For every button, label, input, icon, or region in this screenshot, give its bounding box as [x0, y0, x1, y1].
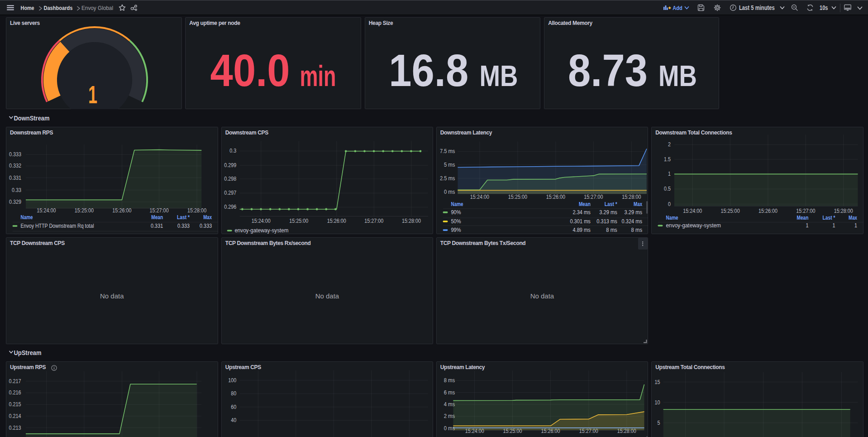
svg-text:15:25:00: 15:25:00 [721, 208, 740, 214]
svg-text:0.213: 0.213 [9, 424, 21, 431]
svg-text:0.5: 0.5 [664, 186, 671, 192]
svg-text:15:24:00: 15:24:00 [251, 218, 270, 224]
svg-text:Mean: Mean [797, 215, 809, 221]
svg-text:0 ms: 0 ms [444, 189, 455, 195]
svg-text:100: 100 [228, 377, 236, 384]
svg-text:0.324 ms: 0.324 ms [621, 218, 642, 225]
svg-text:0.331: 0.331 [151, 223, 163, 229]
svg-text:6 ms: 6 ms [444, 389, 454, 396]
svg-text:0.296: 0.296 [224, 204, 236, 210]
svg-text:Name: Name [666, 215, 678, 221]
svg-text:10: 10 [655, 399, 660, 405]
svg-text:0.333: 0.333 [200, 223, 212, 229]
svg-text:90%: 90% [451, 209, 461, 216]
svg-text:15:24:00: 15:24:00 [683, 208, 702, 214]
svg-text:8.73: 8.73 [568, 45, 648, 96]
svg-text:15:26:00: 15:26:00 [758, 208, 777, 214]
svg-text:2.34 ms: 2.34 ms [572, 209, 590, 216]
svg-text:15:28:00: 15:28:00 [622, 194, 641, 200]
svg-text:min: min [300, 59, 336, 92]
svg-text:1: 1 [854, 222, 857, 229]
svg-text:3.29 ms: 3.29 ms [624, 209, 642, 216]
svg-text:15:27:00: 15:27:00 [150, 207, 169, 214]
svg-text:0.297: 0.297 [224, 190, 236, 196]
svg-text:envoy-gateway-system: envoy-gateway-system [234, 227, 288, 234]
svg-text:0: 0 [668, 201, 671, 207]
svg-text:DownStream: DownStream [14, 114, 50, 122]
svg-text:8 ms: 8 ms [606, 227, 617, 233]
svg-text:0.217: 0.217 [9, 378, 21, 384]
svg-text:15:24:00: 15:24:00 [470, 194, 489, 200]
svg-text:0.33: 0.33 [12, 187, 21, 193]
svg-text:15:27:00: 15:27:00 [796, 208, 816, 214]
svg-text:0.333: 0.333 [9, 151, 21, 158]
svg-text:0.214: 0.214 [9, 413, 21, 419]
svg-text:60: 60 [231, 404, 236, 410]
svg-text:15:28:00: 15:28:00 [187, 207, 206, 214]
svg-text:Mean: Mean [579, 201, 591, 207]
svg-text:1: 1 [668, 171, 671, 177]
svg-text:5: 5 [658, 420, 660, 426]
svg-text:15:26:00: 15:26:00 [546, 194, 565, 200]
svg-text:15:25:00: 15:25:00 [75, 207, 94, 214]
svg-text:15:27:00: 15:27:00 [584, 194, 603, 200]
svg-text:8 ms: 8 ms [631, 227, 642, 233]
svg-text:0.333: 0.333 [177, 223, 190, 229]
svg-text:80: 80 [231, 390, 236, 397]
svg-text:0.3: 0.3 [229, 148, 236, 154]
svg-text:0.313 ms: 0.313 ms [596, 218, 617, 225]
svg-text:15:28:00: 15:28:00 [834, 208, 853, 214]
svg-text:15:25:00: 15:25:00 [289, 218, 308, 224]
svg-text:40.0: 40.0 [210, 45, 290, 96]
svg-text:0.298: 0.298 [224, 176, 236, 182]
svg-text:MB: MB [658, 59, 697, 92]
svg-text:3.29 ms: 3.29 ms [599, 209, 617, 216]
svg-text:0.301 ms: 0.301 ms [570, 218, 591, 225]
svg-text:0.215: 0.215 [9, 401, 21, 408]
svg-text:0.216: 0.216 [9, 389, 21, 396]
svg-text:1: 1 [833, 222, 835, 229]
svg-text:15:28:00: 15:28:00 [402, 218, 421, 224]
svg-text:10s: 10s [820, 4, 828, 11]
svg-text:7.5 ms: 7.5 ms [440, 148, 455, 154]
svg-text:1: 1 [88, 80, 97, 109]
svg-text:Max: Max [849, 215, 857, 221]
svg-text:1.5: 1.5 [664, 156, 671, 163]
svg-text:2: 2 [668, 141, 671, 148]
svg-text:UpStream: UpStream [14, 349, 42, 356]
svg-text:MB: MB [479, 59, 518, 92]
svg-text:Name: Name [20, 214, 33, 221]
svg-text:envoy-gateway-system: envoy-gateway-system [666, 222, 721, 229]
svg-text:0.299: 0.299 [224, 162, 236, 168]
svg-text:Max: Max [634, 201, 642, 207]
svg-text:2.5 ms: 2.5 ms [440, 175, 455, 182]
svg-text:0.331: 0.331 [9, 175, 21, 181]
svg-text:40: 40 [231, 417, 236, 423]
svg-text:15:24:00: 15:24:00 [37, 207, 56, 214]
svg-text:Mean: Mean [151, 214, 163, 221]
svg-text:Last *: Last * [604, 201, 617, 207]
svg-text:50%: 50% [451, 218, 461, 225]
svg-text:15:26:00: 15:26:00 [327, 218, 346, 224]
svg-text:5 ms: 5 ms [444, 162, 455, 168]
svg-text:Name: Name [451, 201, 463, 207]
svg-text:Last *: Last * [823, 215, 835, 221]
svg-text:15:27:00: 15:27:00 [364, 218, 383, 224]
svg-text:15:26:00: 15:26:00 [112, 207, 131, 214]
svg-text:Max: Max [203, 214, 212, 221]
svg-text:99%: 99% [451, 227, 461, 233]
svg-text:0.332: 0.332 [9, 163, 21, 169]
svg-text:0.329: 0.329 [9, 199, 21, 205]
svg-text:1: 1 [806, 222, 809, 229]
svg-text:4.89 ms: 4.89 ms [572, 227, 590, 233]
svg-text:15: 15 [655, 379, 660, 385]
svg-text:15:25:00: 15:25:00 [508, 194, 527, 200]
svg-text:Last *: Last * [177, 214, 190, 221]
svg-text:Envoy HTTP Downstream Rq total: Envoy HTTP Downstream Rq total [20, 223, 94, 229]
svg-text:8 ms: 8 ms [444, 377, 454, 384]
svg-text:16.8: 16.8 [389, 45, 468, 96]
